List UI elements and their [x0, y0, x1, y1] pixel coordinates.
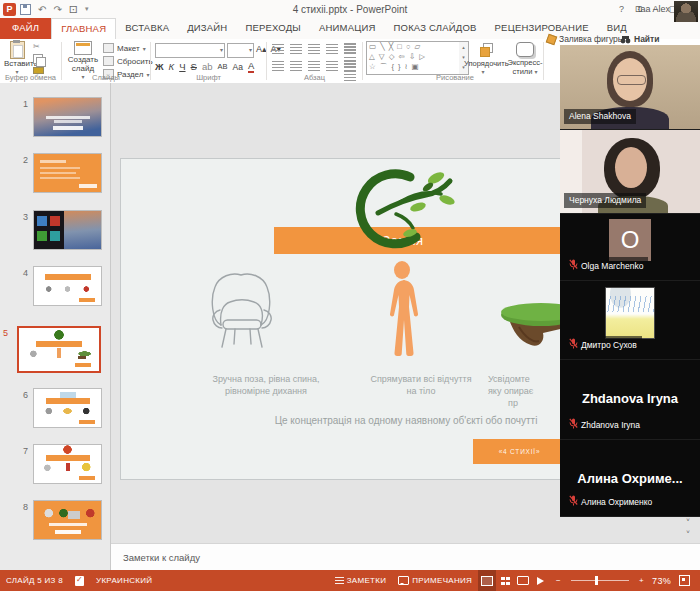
- start-slideshow-icon[interactable]: ⊡: [69, 3, 78, 16]
- participant-name-text: Olga Marchenko: [581, 261, 643, 271]
- bold-button[interactable]: Ж: [155, 61, 164, 72]
- new-slide-icon: [74, 41, 92, 55]
- notes-placeholder: Заметки к слайду: [123, 552, 200, 563]
- participant-1[interactable]: Alena Shakhova: [560, 45, 700, 130]
- slide-preview: [33, 388, 102, 428]
- spell-check-button[interactable]: [69, 570, 90, 591]
- participant-4[interactable]: Дмитро Сухов: [560, 281, 700, 360]
- status-bar-right: ЗАМЕТКИ ПРИМЕЧАНИЯ − + 73%: [329, 570, 696, 591]
- language-button[interactable]: УКРАИНСКИЙ: [90, 570, 158, 591]
- paste-label: Вставить: [4, 59, 30, 68]
- layout-icon: [103, 43, 114, 53]
- tab-design[interactable]: ДИЗАЙН: [178, 18, 236, 39]
- quick-styles-button[interactable]: Экспресс- стили ▾: [505, 41, 545, 76]
- tab-insert[interactable]: ВСТАВКА: [116, 18, 178, 39]
- change-case-button[interactable]: Аа: [232, 62, 243, 72]
- align-text-icon[interactable]: [344, 57, 356, 67]
- redo-button[interactable]: ↷: [53, 4, 61, 15]
- font-color-button[interactable]: А: [248, 61, 254, 73]
- numbering-icon[interactable]: [290, 44, 302, 54]
- notes-toggle-button[interactable]: ЗАМЕТКИ: [329, 570, 393, 591]
- increase-indent-icon[interactable]: [326, 44, 338, 54]
- participant-name-label: Alena Shakhova: [564, 109, 636, 124]
- participant-name-text: Дмитро Сухов: [581, 340, 637, 350]
- participant-profile-image: [605, 287, 655, 339]
- quick-styles-icon: [516, 42, 534, 57]
- zoom-out-button[interactable]: −: [550, 570, 567, 591]
- fit-to-window-button[interactable]: [673, 570, 696, 591]
- slide-counter[interactable]: СЛАЙД 5 ИЗ 8: [0, 570, 69, 591]
- account-avatar[interactable]: [674, 1, 698, 22]
- find-button[interactable]: Найти: [620, 34, 659, 44]
- participant-2[interactable]: Чернуха Людмила: [560, 130, 700, 214]
- participant-3[interactable]: O Olga Marchenko: [560, 214, 700, 281]
- save-icon[interactable]: [20, 4, 31, 15]
- text-shadow-button[interactable]: ab: [202, 61, 213, 72]
- reset-button[interactable]: Сбросить: [103, 56, 153, 66]
- zoom-in-button[interactable]: +: [633, 570, 650, 591]
- customize-qat-icon[interactable]: ▾: [85, 5, 89, 13]
- clipboard-icon: [10, 41, 25, 59]
- undo-button[interactable]: ↶: [38, 4, 46, 15]
- help-button[interactable]: ?: [613, 1, 630, 17]
- tab-file[interactable]: ФАЙЛ: [0, 18, 51, 39]
- underline-button[interactable]: Ч: [179, 61, 185, 72]
- reading-view-button[interactable]: [514, 570, 532, 591]
- increase-font-button[interactable]: А▴: [256, 44, 267, 54]
- slide-preview: [17, 326, 101, 373]
- tree-logo[interactable]: [344, 167, 456, 257]
- text-direction-icon[interactable]: [344, 43, 356, 53]
- decrease-indent-icon[interactable]: [308, 44, 320, 54]
- account-name[interactable]: taa Alex: [638, 4, 670, 14]
- zoom-percentage[interactable]: 73%: [650, 576, 673, 586]
- slideshow-icon: [537, 577, 548, 585]
- zoom-slider-thumb[interactable]: [595, 576, 598, 585]
- layout-button[interactable]: Макет▾: [103, 43, 153, 53]
- comment-icon: [398, 576, 409, 585]
- align-right-icon[interactable]: [308, 61, 320, 71]
- shape-fill-button[interactable]: Заливка фигуры ▾: [547, 34, 630, 44]
- arrange-button[interactable]: Упорядочить ▾: [464, 41, 502, 75]
- participant-name-text: Zhdanova Iryna: [581, 420, 640, 430]
- group-label-font: Шрифт: [151, 73, 266, 82]
- cut-icon[interactable]: ✂: [33, 42, 44, 51]
- participant-5[interactable]: Zhdanova Iryna Zhdanova Iryna: [560, 360, 700, 440]
- slideshow-view-button[interactable]: [532, 570, 550, 591]
- justify-icon[interactable]: [326, 61, 338, 71]
- tab-animations[interactable]: АНИМАЦИЯ: [310, 18, 385, 39]
- participant-face: [615, 147, 647, 188]
- char-spacing-button[interactable]: АВ: [217, 62, 227, 71]
- participant-6[interactable]: Алина Охриме... Алина Охрименко: [560, 440, 700, 517]
- strikethrough-button[interactable]: S: [191, 61, 197, 72]
- slide-cta-button[interactable]: «4 СТИХІЇ»: [473, 439, 566, 464]
- shapes-gallery[interactable]: ▭ ╲ ╳ □ ○ ▱ △ ▽ ◇ ⇦ ⇩ ▷ ☆ ⌒ { } ≀ ▣: [366, 41, 460, 75]
- bullets-icon[interactable]: [272, 44, 284, 54]
- tab-list: ФАЙЛГЛАВНАЯВСТАВКАДИЗАЙНПЕРЕХОДЫАНИМАЦИЯ…: [0, 18, 636, 39]
- human-silhouette[interactable]: [384, 261, 420, 367]
- vertical-scrollbar[interactable]: ˅ ˅: [681, 514, 695, 538]
- tab-slideshow[interactable]: ПОКАЗ СЛАЙДОВ: [385, 18, 486, 39]
- slide-sorter-button[interactable]: [496, 570, 514, 591]
- font-size-combobox[interactable]: ▾: [227, 43, 254, 58]
- notes-pane[interactable]: Заметки к слайду: [111, 543, 700, 571]
- muted-mic-icon: [569, 338, 578, 351]
- align-center-icon[interactable]: [290, 61, 302, 71]
- tab-transitions[interactable]: ПЕРЕХОДЫ: [236, 18, 309, 39]
- participant-name-label: Алина Охрименко: [564, 493, 657, 511]
- shapes-row-2: △ ▽ ◇ ⇦ ⇩ ▷: [367, 52, 459, 62]
- chair-drawing[interactable]: [206, 271, 278, 355]
- title-bar: P ↶ ↷ ⊡ ▾ 4 стихii.pptx - PowerPoint ? ⊡…: [0, 0, 700, 18]
- zoom-slider[interactable]: [571, 580, 629, 581]
- italic-button[interactable]: К: [169, 61, 175, 72]
- group-label-slides: Слайды: [62, 73, 150, 82]
- comments-toggle-button[interactable]: ПРИМЕЧАНИЯ: [392, 570, 478, 591]
- align-left-icon[interactable]: [272, 61, 284, 71]
- scroll-down-icon[interactable]: ˅: [681, 526, 695, 538]
- copy-icon[interactable]: [33, 54, 43, 64]
- spell-check-icon: [75, 576, 84, 586]
- slide-preview: [33, 210, 102, 250]
- caption-body-focus[interactable]: Спрямувати всі відчуття на тіло: [333, 373, 509, 397]
- normal-view-button[interactable]: [478, 570, 496, 591]
- font-name-combobox[interactable]: ▾: [155, 43, 225, 58]
- tab-home[interactable]: ГЛАВНАЯ: [51, 18, 116, 39]
